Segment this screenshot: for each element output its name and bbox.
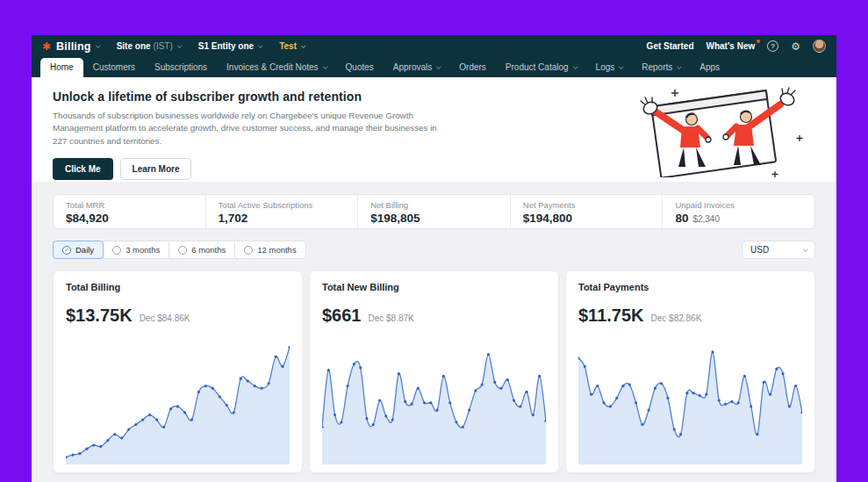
chevron-down-icon [177, 43, 183, 48]
stat-subvalue: $2,340 [692, 214, 720, 224]
stat-value: $84,920 [66, 212, 109, 225]
dashboard-content: Total MRR$84,920Total Active Subscriptio… [32, 182, 836, 482]
hero-illustration [617, 83, 808, 177]
chevron-down-icon [258, 43, 263, 48]
filter-row: ✓Daily3 months6 months12 months USD [53, 241, 815, 259]
chart-card-title: Total New Billing [322, 282, 546, 292]
help-icon[interactable]: ? [767, 40, 778, 52]
chart-card-value: $13.75K [66, 306, 133, 326]
tab-label: Logs [596, 62, 615, 72]
entity-name: S1 Entity one [198, 41, 254, 51]
tab-home[interactable]: Home [40, 58, 83, 77]
stat-label: Total Active Subscriptions [219, 200, 346, 210]
period-option-12-months[interactable]: 12 months [234, 241, 305, 259]
radio-icon [244, 246, 253, 255]
tab-label: Reports [642, 62, 672, 72]
tab-quotes[interactable]: Quotes [336, 58, 384, 77]
environment-name: Test [279, 41, 297, 51]
tab-label: Subscriptions [154, 62, 207, 72]
period-option-label: 12 months [257, 245, 296, 255]
radio-icon [178, 246, 187, 255]
chart-card-total-new-billing: Total New Billing $661 Dec $8.87K [309, 270, 559, 473]
user-avatar[interactable] [813, 40, 826, 53]
stat-unpaid-invoices: Unpaid Invoices80$2,340 [662, 195, 814, 228]
chevron-down-icon [96, 43, 101, 48]
tab-apps[interactable]: Apps [690, 58, 729, 77]
chevron-down-icon [301, 43, 306, 48]
chevron-down-icon [322, 64, 327, 69]
chart-card-title: Total Payments [578, 282, 802, 292]
tab-label: Apps [699, 62, 720, 72]
currency-select[interactable]: USD [742, 241, 815, 259]
tab-logs[interactable]: Logs [586, 58, 633, 77]
click-me-button[interactable]: Click Me [53, 158, 113, 180]
tab-subscriptions[interactable]: Subscriptions [145, 58, 217, 77]
chevron-down-icon [572, 64, 577, 69]
tab-label: Invoices & Credit Notes [226, 62, 319, 72]
stat-net-billing: Net Billing$198,805 [357, 195, 510, 228]
area-chart [66, 333, 290, 464]
radio-icon [112, 246, 121, 255]
chart-card-value-row: $11.75K Dec $82.86K [578, 306, 802, 326]
tab-invoices-credit-notes[interactable]: Invoices & Credit Notes [217, 58, 336, 77]
period-option-label: 6 months [191, 245, 226, 255]
chart-card-subvalue: Dec $84.86K [140, 313, 190, 323]
tab-label: Quotes [346, 62, 374, 72]
stat-label: Unpaid Invoices [675, 200, 802, 210]
hero-body-text: Thousands of subscription businesses wor… [53, 110, 439, 147]
period-option-3-months[interactable]: 3 months [103, 241, 169, 259]
chart-card-total-payments: Total Payments $11.75K Dec $82.86K [565, 270, 815, 473]
tab-reports[interactable]: Reports [632, 58, 690, 77]
stat-value-row: $198,805 [370, 212, 498, 225]
stat-value: $194,800 [523, 212, 572, 225]
site-switcher[interactable]: Site one (IST) [117, 41, 181, 51]
period-option-label: 3 months [126, 245, 160, 255]
whats-new-label: What's New [707, 41, 756, 51]
chart-card-value: $661 [322, 306, 362, 326]
tab-customers[interactable]: Customers [83, 58, 145, 77]
stat-label: Net Payments [523, 200, 650, 210]
summary-stats-bar: Total MRR$84,920Total Active Subscriptio… [53, 194, 815, 229]
desktop-background: { "theme": { "frame_purple": "#7a0cf0", … [0, 0, 868, 482]
tab-label: Product Catalog [506, 62, 569, 72]
environment-switcher[interactable]: Test [279, 41, 305, 51]
chart-card-title: Total Billing [66, 282, 290, 292]
settings-gear-icon[interactable]: ⚙ [791, 41, 800, 52]
tab-approvals[interactable]: Approvals [384, 58, 449, 77]
tab-product-catalog[interactable]: Product Catalog [496, 58, 586, 77]
chart-card-subvalue: Dec $82.86K [651, 313, 702, 323]
get-started-link[interactable]: Get Started [647, 41, 694, 51]
product-switcher[interactable]: Billing [56, 40, 99, 53]
chart-cards-row: Total Billing $13.75K Dec $84.86K Total … [53, 270, 815, 473]
tab-orders[interactable]: Orders [449, 58, 496, 77]
site-timezone: (IST) [154, 41, 173, 51]
stat-value: $198,805 [370, 212, 420, 225]
top-navigation-bar: ✱ Billing Site one (IST) S1 Entity one T… [32, 35, 836, 57]
learn-more-button[interactable]: Learn More [120, 158, 192, 180]
radio-checked-icon: ✓ [62, 246, 71, 255]
chart-card-total-billing: Total Billing $13.75K Dec $84.86K [53, 270, 303, 473]
period-option-6-months[interactable]: 6 months [169, 241, 235, 259]
whats-new-link[interactable]: What's New [707, 41, 756, 51]
entity-switcher[interactable]: S1 Entity one [198, 41, 262, 51]
area-chart [322, 333, 546, 464]
stat-value: 1,702 [219, 212, 248, 225]
chevron-down-icon [677, 64, 682, 69]
hero-banner: Unlock a lifetime of subscriber growth a… [32, 77, 836, 182]
chevron-down-icon [803, 247, 808, 252]
chevron-down-icon [619, 64, 624, 69]
period-option-label: Daily [75, 245, 94, 255]
site-name: Site one [117, 41, 151, 51]
chart-card-value-row: $661 Dec $8.87K [322, 306, 546, 326]
app-window: ✱ Billing Site one (IST) S1 Entity one T… [32, 35, 836, 482]
stat-total-active-subscriptions: Total Active Subscriptions1,702 [205, 195, 358, 228]
tab-label: Customers [93, 62, 135, 72]
chart-card-subvalue: Dec $8.87K [369, 313, 414, 323]
stat-value-row: $84,920 [66, 212, 193, 225]
product-name: Billing [56, 40, 91, 53]
stat-value-row: 1,702 [219, 212, 346, 225]
stat-label: Total MRR [66, 200, 193, 210]
tab-label: Home [50, 62, 74, 72]
period-option-daily[interactable]: ✓Daily [53, 241, 104, 259]
stat-total-mrr: Total MRR$84,920 [54, 195, 205, 228]
